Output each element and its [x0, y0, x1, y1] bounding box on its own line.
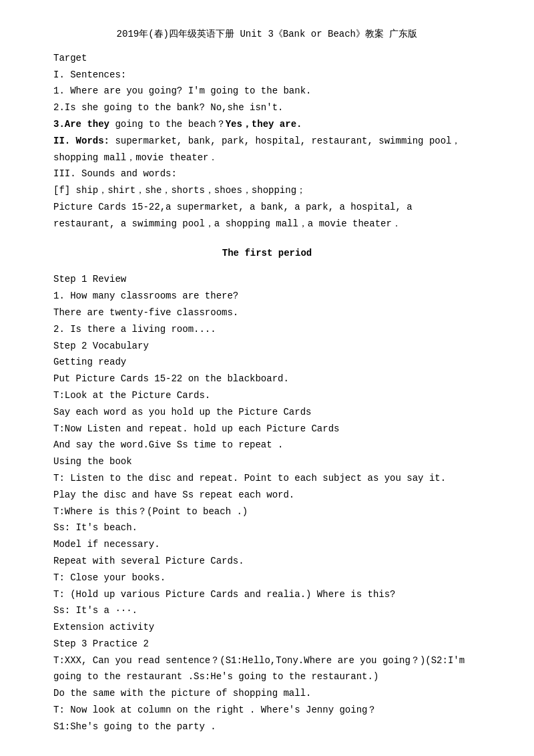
picture-cards-line1: Picture Cards 15-22,a supermarket, a ban… [53, 200, 481, 216]
step1-a1: There are twenty-five classrooms. [53, 305, 481, 321]
s1-shes: S1:She's going to the party . [53, 719, 481, 735]
step1-label: Step 1 Review [53, 272, 481, 288]
say-each: Say each word as you hold up the Picture… [53, 405, 481, 421]
target-section: Target I. Sentences: 1. Where are you go… [53, 51, 481, 232]
t-close: T: Close your books. [53, 570, 481, 586]
words-label: II. Words: [53, 136, 109, 146]
words-line2: shopping mall，movie theater． [53, 150, 481, 166]
sentence1: 1. Where are you going? I'm going to the… [53, 83, 481, 100]
sentence3-suffix: Yes，they are. [226, 119, 302, 130]
sounds-content: [f] ship，shirt，she，shorts，shoes，shopping… [53, 183, 481, 199]
words-content: supermarket, bank, park, hospital, resta… [109, 136, 461, 146]
t-where: T:Where is this？(Point to beach .) [53, 504, 481, 520]
step1-q2: 2. Is there a living room.... [53, 322, 481, 338]
sentence2-prefix: 2.Is she [53, 102, 98, 113]
first-period-heading: The first period [53, 246, 481, 262]
t-listen: T: Listen to the disc and repeat. Point … [53, 471, 481, 487]
getting-ready: Getting ready [53, 355, 481, 371]
repeat-several: Repeat with several Picture Cards. [53, 554, 481, 570]
sentence2-mid: going to the bank? No,she isn't. [98, 102, 283, 113]
step3-label: Step 3 Practice 2 [53, 636, 481, 652]
ss-its-a: Ss: It's a ···. [53, 603, 481, 619]
put-picture: Put Picture Cards 15-22 on the blackboar… [53, 371, 481, 387]
picture-cards-content: supermarket, a bank, a park, a hospital,… [171, 202, 412, 212]
t-look: T:Look at the Picture Cards. [53, 388, 481, 404]
page-title: 2019年(春)四年级英语下册 Unit 3《Bank or Beach》教案 … [53, 27, 481, 43]
t-xxx: T:XXX, Can you read sentence？(S1:Hello,T… [53, 653, 481, 669]
do-same: Do the same with the picture of shopping… [53, 686, 481, 702]
extension: Extension activity [53, 620, 481, 636]
picture-cards-label: Picture Cards 15-22,a [53, 202, 171, 212]
t-now-look: T: Now look at column on the right . Whe… [53, 703, 481, 719]
sounds-label: III. Sounds and words: [53, 166, 481, 182]
sentence3: 3.Are they going to the beach？Yes，they a… [53, 117, 481, 133]
step1-q1: 1. How many classrooms are there? [53, 289, 481, 305]
model: Model if necessary. [53, 537, 481, 553]
words-line: II. Words: supermarket, bank, park, hosp… [53, 134, 481, 150]
sentence2: 2.Is she going to the bank? No,she isn't… [53, 100, 481, 116]
sentence3-prefix: 3.Are they [53, 119, 109, 130]
t-now-listen: T:Now Listen and repeat. hold up each Pi… [53, 421, 481, 437]
and-say: And say the word.Give Ss time to repeat … [53, 437, 481, 453]
step2-label: Step 2 Vocabulary [53, 339, 481, 355]
play-disc: Play the disc and have Ss repeat each wo… [53, 488, 481, 504]
main-content: Step 1 Review 1. How many classrooms are… [53, 272, 481, 735]
using-book: Using the book [53, 454, 481, 470]
t-hold-up: T: (Hold up various Picture Cards and re… [53, 587, 481, 603]
sentences-label: I. Sentences: [53, 67, 481, 83]
going-to: going to the restaurant .Ss:He's going t… [53, 669, 481, 685]
sentence3-mid: going to the beach？ [109, 119, 226, 130]
picture-cards-line2: restaurant, a swimming pool，a shopping m… [53, 216, 481, 232]
ss-its: Ss: It's beach. [53, 520, 481, 536]
target-label: Target [53, 51, 481, 67]
